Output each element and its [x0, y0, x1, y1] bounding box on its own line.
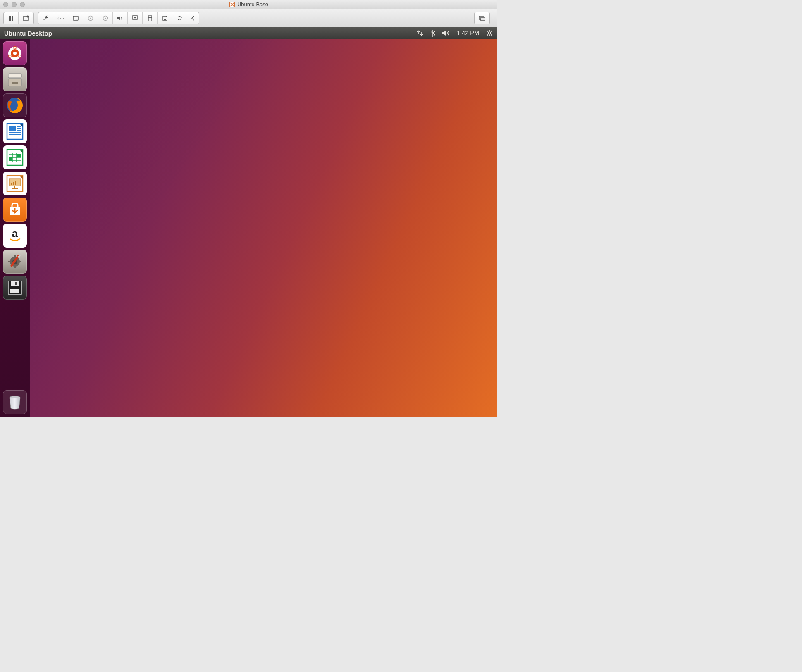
ubuntu-top-panel: Ubuntu Desktop 1:42 PM	[0, 27, 497, 39]
launcher-dash[interactable]	[3, 41, 27, 65]
vm-toolbar: ‹··›	[0, 9, 497, 27]
launcher-disk[interactable]	[3, 276, 27, 300]
pause-button[interactable]	[4, 12, 19, 24]
traffic-close-icon[interactable]	[3, 2, 8, 7]
svg-rect-15	[148, 17, 152, 21]
svg-rect-65	[14, 266, 16, 268]
sound-icon	[117, 15, 124, 21]
svg-rect-43	[9, 132, 21, 133]
sync-icon	[177, 15, 183, 21]
settings-button[interactable]	[38, 12, 53, 24]
vm-app-icon	[229, 2, 235, 7]
svg-line-27	[487, 35, 488, 36]
launcher-calc[interactable]	[3, 145, 27, 169]
harddrive-button[interactable]	[68, 12, 83, 24]
bluetooth-indicator[interactable]	[430, 29, 435, 37]
launcher-settings[interactable]	[3, 250, 27, 274]
pause-icon	[8, 15, 14, 21]
settings-indicator[interactable]	[486, 29, 493, 37]
svg-text:a: a	[12, 227, 18, 240]
svg-point-11	[105, 17, 105, 18]
svg-rect-56	[11, 183, 12, 185]
host-window-title: Ubuntu Base	[229, 1, 268, 7]
launcher-software[interactable]	[3, 198, 27, 222]
cd2-button[interactable]	[98, 12, 113, 24]
svg-rect-40	[17, 126, 21, 127]
svg-rect-1	[9, 16, 11, 21]
snapshot-icon	[23, 15, 29, 21]
svg-text:‹··›: ‹··›	[57, 16, 64, 21]
host-titlebar: Ubuntu Base	[0, 0, 497, 9]
amazon-icon: a	[6, 226, 24, 245]
display-button[interactable]	[128, 12, 143, 24]
svg-point-30	[13, 52, 17, 55]
svg-point-7	[76, 19, 77, 19]
launcher-writer[interactable]	[3, 119, 27, 143]
calc-icon	[6, 148, 24, 167]
svg-line-25	[491, 35, 492, 36]
panel-title: Ubuntu Desktop	[4, 30, 52, 37]
svg-rect-69	[11, 281, 19, 286]
cd1-button[interactable]	[83, 12, 98, 24]
svg-point-9	[90, 17, 91, 18]
svg-point-32	[9, 55, 11, 57]
collapse-left-icon	[191, 16, 195, 21]
launcher-trash[interactable]	[3, 390, 27, 414]
svg-rect-44	[9, 134, 21, 135]
vm-devices-group: ‹··›	[38, 12, 199, 24]
svg-rect-2	[12, 16, 13, 21]
fullscreen-button[interactable]	[475, 12, 489, 24]
firefox-icon	[5, 95, 25, 116]
wrench-icon	[43, 15, 49, 21]
sync-button[interactable]	[172, 12, 187, 24]
time-indicator[interactable]: 1:42 PM	[457, 30, 479, 36]
svg-point-33	[19, 55, 21, 57]
files-icon	[6, 70, 24, 88]
svg-rect-39	[9, 126, 16, 131]
svg-rect-71	[10, 289, 19, 293]
usb-button[interactable]	[143, 12, 158, 24]
unity-launcher: a	[0, 39, 30, 417]
disk-icon	[6, 279, 24, 296]
svg-line-26	[491, 31, 492, 32]
host-window-title-text: Ubuntu Base	[237, 1, 268, 7]
svg-rect-16	[164, 19, 166, 20]
panel-indicators: 1:42 PM	[416, 29, 493, 37]
settings-app-icon	[6, 253, 24, 271]
svg-rect-53	[17, 154, 21, 157]
traffic-zoom-icon[interactable]	[20, 2, 25, 7]
launcher-files[interactable]	[3, 67, 27, 91]
svg-point-19	[488, 32, 491, 34]
trash-icon	[6, 393, 24, 411]
launcher-amazon[interactable]: a	[3, 224, 27, 248]
ubuntu-desktop-wallpaper[interactable]	[30, 39, 497, 417]
svg-rect-42	[17, 130, 21, 131]
usb-icon	[148, 15, 153, 21]
gear-indicator-icon	[486, 29, 493, 37]
collapse-button[interactable]	[187, 12, 199, 24]
network-icon: ‹··›	[57, 16, 64, 21]
sound-button[interactable]	[113, 12, 128, 24]
svg-rect-14	[149, 15, 151, 17]
dash-icon	[6, 45, 24, 62]
cd1-icon	[88, 15, 93, 21]
writer-icon	[6, 122, 24, 141]
svg-rect-45	[9, 136, 21, 136]
cd2-icon	[103, 15, 108, 21]
sound-indicator[interactable]	[442, 30, 450, 36]
display-icon	[132, 15, 138, 21]
svg-point-31	[14, 47, 16, 49]
launcher-firefox[interactable]	[3, 93, 27, 117]
svg-rect-41	[17, 128, 21, 129]
network-indicator-icon	[416, 30, 424, 36]
traffic-minimize-icon[interactable]	[12, 2, 17, 7]
harddrive-icon	[73, 15, 79, 21]
launcher-impress[interactable]	[3, 172, 27, 195]
snapshot-button[interactable]	[19, 12, 33, 24]
vm-controls-group	[3, 12, 34, 24]
network-button[interactable]: ‹··›	[53, 12, 68, 24]
floppy-button[interactable]	[158, 12, 172, 24]
network-indicator[interactable]	[416, 30, 424, 36]
svg-rect-58	[15, 181, 16, 185]
svg-rect-6	[73, 16, 78, 20]
